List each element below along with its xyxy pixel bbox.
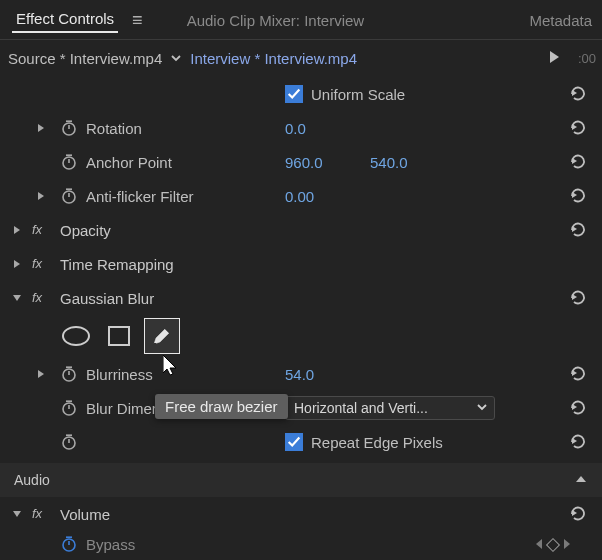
clip-label[interactable]: Interview * Interview.mp4 xyxy=(190,50,357,67)
pen-mask-button[interactable] xyxy=(148,322,176,350)
reset-volume[interactable] xyxy=(568,504,588,524)
twisty-rotation[interactable] xyxy=(34,121,48,136)
svg-marker-12 xyxy=(14,226,20,234)
gaussian-blur-label: Gaussian Blur xyxy=(60,290,154,307)
bypass-label: Bypass xyxy=(86,536,135,553)
tab-metadata[interactable]: Metadata xyxy=(529,12,592,29)
section-volume[interactable]: Volume xyxy=(0,497,602,531)
svg-marker-15 xyxy=(38,370,44,378)
stopwatch-icon[interactable] xyxy=(60,365,78,383)
repeat-edge-checkbox[interactable] xyxy=(285,433,303,451)
stopwatch-icon[interactable] xyxy=(60,535,78,553)
reset-antiflicker[interactable] xyxy=(568,186,588,206)
reset-blur-dimensions[interactable] xyxy=(568,398,588,418)
svg-marker-16 xyxy=(576,476,586,482)
reset-opacity[interactable] xyxy=(568,220,588,240)
section-time-remapping[interactable]: Time Remapping xyxy=(0,247,602,281)
svg-marker-14 xyxy=(13,295,21,301)
fx-icon xyxy=(32,222,50,239)
blur-dimensions-selected: Horizontal and Verti... xyxy=(294,400,428,416)
stopwatch-icon[interactable] xyxy=(60,399,78,417)
uniform-scale-checkbox[interactable] xyxy=(285,85,303,103)
twisty-time-remapping[interactable] xyxy=(10,257,24,272)
fx-icon xyxy=(32,256,50,273)
timecode: :00 xyxy=(578,51,596,66)
source-label: Source * Interview.mp4 xyxy=(8,50,162,67)
anchor-x-value[interactable]: 960.0 xyxy=(285,154,323,171)
reset-anchor-point[interactable] xyxy=(568,152,588,172)
prop-blur-dimensions: Blur Dimensions Horizontal and Verti... xyxy=(0,391,602,425)
reset-repeat-edge[interactable] xyxy=(568,432,588,452)
svg-marker-9 xyxy=(550,51,559,63)
svg-marker-11 xyxy=(38,192,44,200)
svg-marker-17 xyxy=(13,511,21,517)
time-remapping-label: Time Remapping xyxy=(60,256,174,273)
anchor-y-value[interactable]: 540.0 xyxy=(370,154,408,171)
blurriness-value[interactable]: 54.0 xyxy=(285,366,314,383)
panel-tab-bar: Effect Controls ≡ Audio Clip Mixer: Inte… xyxy=(0,0,602,40)
uniform-scale-label: Uniform Scale xyxy=(311,86,405,103)
source-dropdown-icon[interactable] xyxy=(170,50,182,67)
panel-menu-icon[interactable]: ≡ xyxy=(132,10,143,31)
twisty-blurriness[interactable] xyxy=(34,367,48,382)
antiflicker-value[interactable]: 0.00 xyxy=(285,188,314,205)
rotation-value[interactable]: 0.0 xyxy=(285,120,306,137)
opacity-label: Opacity xyxy=(60,222,111,239)
blur-dimensions-dropdown[interactable]: Horizontal and Verti... xyxy=(285,396,495,420)
svg-marker-18 xyxy=(536,539,542,549)
stopwatch-icon[interactable] xyxy=(60,153,78,171)
twisty-opacity[interactable] xyxy=(10,223,24,238)
collapse-up-icon[interactable] xyxy=(574,472,588,488)
tab-audio-clip-mixer[interactable]: Audio Clip Mixer: Interview xyxy=(187,12,365,29)
prop-antiflicker: Anti-flicker Filter 0.00 xyxy=(0,179,602,213)
reset-rotation[interactable] xyxy=(568,118,588,138)
antiflicker-label: Anti-flicker Filter xyxy=(86,188,194,205)
prop-uniform-scale: Uniform Scale xyxy=(0,77,602,111)
svg-marker-10 xyxy=(38,124,44,132)
source-clip-bar: Source * Interview.mp4 Interview * Inter… xyxy=(0,40,602,77)
twisty-volume[interactable] xyxy=(10,507,24,522)
tab-effect-controls[interactable]: Effect Controls xyxy=(12,8,118,33)
repeat-edge-label: Repeat Edge Pixels xyxy=(311,434,443,451)
next-keyframe-icon[interactable] xyxy=(562,537,572,553)
prop-blurriness: Blurriness 54.0 xyxy=(0,357,602,391)
prop-anchor-point: Anchor Point 960.0 540.0 xyxy=(0,145,602,179)
fx-icon xyxy=(32,290,50,307)
stopwatch-icon[interactable] xyxy=(60,433,78,451)
twisty-gaussian-blur[interactable] xyxy=(10,291,24,306)
rotation-label: Rotation xyxy=(86,120,142,137)
stopwatch-icon[interactable] xyxy=(60,187,78,205)
ellipse-mask-button[interactable] xyxy=(62,326,90,346)
prop-bypass: Bypass xyxy=(0,531,602,557)
prop-repeat-edge: Repeat Edge Pixels xyxy=(0,425,602,459)
audio-label: Audio xyxy=(14,472,50,488)
chevron-down-icon xyxy=(476,400,488,416)
prop-rotation: Rotation 0.0 xyxy=(0,111,602,145)
anchor-point-label: Anchor Point xyxy=(86,154,172,171)
svg-marker-13 xyxy=(14,260,20,268)
reset-gaussian-blur[interactable] xyxy=(568,288,588,308)
section-gaussian-blur[interactable]: Gaussian Blur xyxy=(0,281,602,315)
keyframe-navigator[interactable] xyxy=(534,537,572,553)
add-keyframe-icon[interactable] xyxy=(546,538,560,552)
svg-marker-19 xyxy=(564,539,570,549)
audio-group-header[interactable]: Audio xyxy=(0,463,602,497)
stopwatch-icon[interactable] xyxy=(60,119,78,137)
tooltip: Free draw bezier xyxy=(155,394,288,419)
reset-blurriness[interactable] xyxy=(568,364,588,384)
reset-uniform-scale[interactable] xyxy=(568,84,588,104)
blurriness-label: Blurriness xyxy=(86,366,153,383)
twisty-antiflicker[interactable] xyxy=(34,189,48,204)
rectangle-mask-button[interactable] xyxy=(108,326,130,346)
fx-icon xyxy=(32,506,50,523)
prev-keyframe-icon[interactable] xyxy=(534,537,544,553)
mask-shape-tools xyxy=(0,315,602,357)
section-opacity[interactable]: Opacity xyxy=(0,213,602,247)
play-icon[interactable] xyxy=(548,50,560,67)
volume-label: Volume xyxy=(60,506,110,523)
